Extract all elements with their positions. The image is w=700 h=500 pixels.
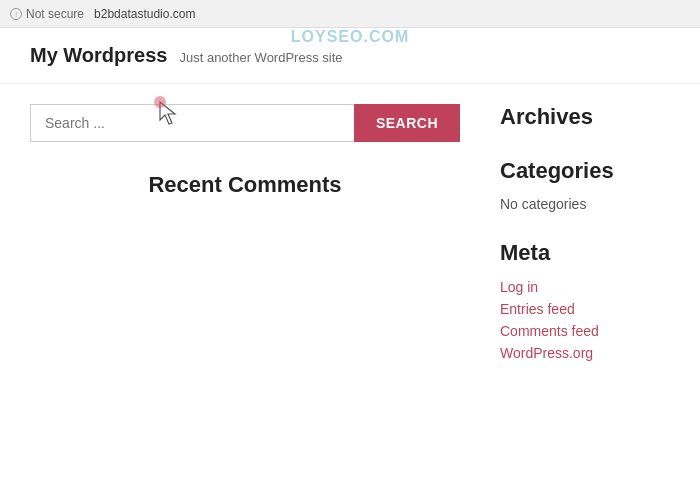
recent-comments-heading: Recent Comments: [30, 172, 460, 198]
sidebar-categories-section: Categories No categories: [500, 158, 670, 212]
site-title: My Wordpress: [30, 44, 167, 67]
site-header: My Wordpress Just another WordPress site: [0, 28, 700, 84]
warning-icon: !: [10, 8, 22, 20]
content-area: SEARCH Recent Comments: [30, 104, 460, 390]
list-item: Comments feed: [500, 322, 670, 340]
search-button[interactable]: SEARCH: [354, 104, 460, 142]
sidebar-archives-section: Archives: [500, 104, 670, 130]
meta-heading: Meta: [500, 240, 670, 266]
sidebar-meta-section: Meta Log inEntries feedComments feedWord…: [500, 240, 670, 362]
sidebar: Archives Categories No categories Meta L…: [500, 104, 670, 390]
svg-text:!: !: [15, 10, 17, 19]
categories-heading: Categories: [500, 158, 670, 184]
page: My Wordpress Just another WordPress site…: [0, 28, 700, 410]
meta-link[interactable]: Comments feed: [500, 323, 599, 339]
browser-bar: ! Not secure b2bdatastudio.com: [0, 0, 700, 28]
search-input[interactable]: [30, 104, 354, 142]
url-bar[interactable]: b2bdatastudio.com: [94, 7, 195, 21]
meta-link[interactable]: WordPress.org: [500, 345, 593, 361]
list-item: Entries feed: [500, 300, 670, 318]
not-secure-indicator: ! Not secure: [10, 7, 84, 21]
list-item: WordPress.org: [500, 344, 670, 362]
meta-links-list: Log inEntries feedComments feedWordPress…: [500, 278, 670, 362]
list-item: Log in: [500, 278, 670, 296]
archives-heading: Archives: [500, 104, 670, 130]
no-categories-text: No categories: [500, 196, 670, 212]
meta-link[interactable]: Entries feed: [500, 301, 575, 317]
main-layout: SEARCH Recent Comments Archives Categori…: [0, 84, 700, 410]
site-tagline: Just another WordPress site: [179, 50, 342, 65]
search-widget: SEARCH: [30, 104, 460, 142]
meta-link[interactable]: Log in: [500, 279, 538, 295]
